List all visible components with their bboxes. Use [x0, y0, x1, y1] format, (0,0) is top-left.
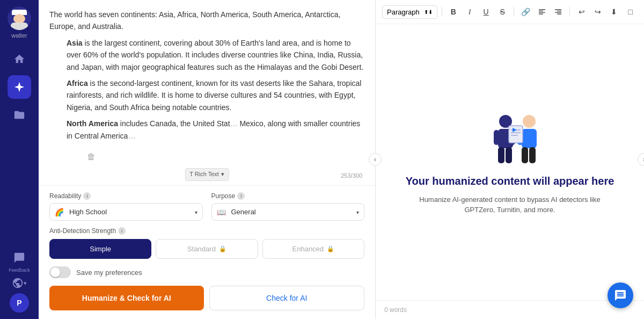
purpose-label: Purpose i: [211, 192, 365, 200]
readability-group: Readability i 🌈 High School Middle Schoo…: [49, 192, 203, 221]
right-panel: Paragraph ⬆⬇ B I U S 🔗 ↩ ↪ ⬇ □: [376, 0, 644, 319]
strength-simple-button[interactable]: Simple: [49, 239, 151, 259]
controls-panel: Readability i 🌈 High School Middle Schoo…: [39, 185, 375, 319]
chat-button[interactable]: [608, 282, 633, 308]
avatar: [8, 6, 31, 30]
username-label: walter: [11, 32, 27, 39]
purpose-group: Purpose i 📖 General Academic Business Cr…: [211, 192, 365, 221]
humanize-button[interactable]: Humanize & Check for AI: [49, 286, 204, 310]
sidebar: walter Feedback ▾ P: [0, 0, 39, 319]
download-button[interactable]: ⬇: [607, 4, 621, 19]
profile-button[interactable]: P: [10, 293, 29, 313]
feedback-label: Feedback: [9, 267, 30, 273]
strikethrough-button[interactable]: S: [495, 4, 509, 19]
align-right-button[interactable]: [551, 4, 565, 19]
enhanced-lock-icon: 🔒: [327, 245, 334, 252]
readability-chevron-icon: ▾: [195, 209, 197, 215]
readability-select[interactable]: High School Middle School College Profes…: [49, 203, 203, 221]
purpose-select[interactable]: General Academic Business Creative: [211, 203, 365, 221]
svg-rect-12: [509, 126, 523, 143]
purpose-info-icon: i: [237, 192, 245, 200]
right-content-placeholder: Your humanized content will appear here …: [376, 24, 644, 300]
editor-area[interactable]: The world has seven continents: Asia, Af…: [39, 0, 375, 185]
main-content: The world has seven continents: Asia, Af…: [39, 0, 376, 319]
bold-button[interactable]: B: [447, 4, 460, 19]
readability-select-wrapper: 🌈 High School Middle School College Prof…: [49, 203, 203, 221]
purpose-chevron-icon: ▾: [356, 209, 359, 215]
strength-buttons-group: Simple Standard 🔒 Enhanced 🔒: [49, 239, 364, 259]
copy-button[interactable]: □: [624, 4, 638, 19]
text-paragraph-4: North America includes Canada, the Unite…: [67, 118, 364, 142]
check-ai-button[interactable]: Check for AI: [209, 286, 365, 310]
readability-select-icon: 🌈: [55, 208, 64, 216]
placeholder-title: Your humanized content will appear here: [406, 174, 614, 188]
paragraph-chevron-icon: ⬆⬇: [424, 9, 433, 15]
align-left-button[interactable]: [535, 4, 549, 19]
feedback-button[interactable]: Feedback: [9, 252, 30, 273]
purpose-select-wrapper: 📖 General Academic Business Creative ▾: [211, 203, 365, 221]
sidebar-item-home[interactable]: [8, 47, 31, 71]
rich-text-chevron: ▾: [221, 170, 224, 179]
svg-rect-9: [531, 130, 537, 145]
italic-button[interactable]: I: [463, 4, 477, 19]
sidebar-item-ai[interactable]: [8, 75, 31, 99]
globe-button[interactable]: ▾: [12, 277, 27, 289]
paragraph-label: Paragraph: [387, 8, 420, 16]
svg-rect-11: [529, 147, 536, 163]
rich-text-label: T Rich Text: [189, 170, 219, 179]
purpose-select-icon: 📖: [217, 208, 226, 216]
svg-rect-10: [522, 147, 528, 163]
svg-rect-2: [494, 130, 499, 145]
anti-detection-label: Anti-Detection Strength i: [49, 227, 364, 235]
save-preferences-label: Save my preferences: [76, 269, 142, 277]
illustration: [478, 110, 542, 163]
toggle-row: Save my preferences: [49, 266, 364, 278]
svg-point-6: [523, 115, 536, 128]
svg-rect-5: [506, 147, 512, 163]
readability-label: Readability i: [49, 192, 203, 200]
sidebar-item-folder[interactable]: [8, 103, 31, 127]
right-footer: 0 words: [376, 300, 644, 319]
undo-button[interactable]: ↩: [574, 4, 588, 19]
underline-button[interactable]: U: [479, 4, 493, 19]
toolbar-divider-3: [569, 7, 570, 17]
text-paragraph-2: Asia is the largest continent, covering …: [67, 37, 364, 73]
readability-info-icon: i: [83, 192, 91, 200]
rich-text-badge[interactable]: T Rich Text ▾: [185, 168, 229, 181]
collapse-panel-button[interactable]: ‹: [369, 153, 382, 166]
save-preferences-toggle[interactable]: [49, 266, 71, 278]
text-paragraph-3: Africa is the second-largest continent, …: [67, 77, 364, 113]
action-buttons: Humanize & Check for AI Check for AI: [49, 286, 364, 310]
standard-lock-icon: 🔒: [219, 245, 226, 252]
editor-toolbar: Paragraph ⬆⬇ B I U S 🔗 ↩ ↪ ⬇ □: [376, 0, 644, 24]
anti-detection-info-icon: i: [118, 227, 126, 235]
toolbar-divider-1: [442, 7, 442, 17]
editor-text: The world has seven continents: Asia, Af…: [49, 9, 364, 142]
right-word-count: 0 words: [384, 306, 407, 314]
placeholder-desc: Humanize AI-generated content to bypass …: [419, 194, 601, 215]
strength-enhanced-button[interactable]: Enhanced 🔒: [262, 239, 364, 259]
svg-rect-4: [498, 147, 504, 163]
toolbar-divider-2: [514, 7, 514, 17]
text-paragraph-1: The world has seven continents: Asia, Af…: [49, 9, 364, 33]
delete-icon[interactable]: 🗑: [87, 150, 96, 164]
link-button[interactable]: 🔗: [518, 4, 532, 19]
redo-button[interactable]: ↪: [591, 4, 605, 19]
toggle-thumb: [50, 267, 60, 277]
strength-standard-button[interactable]: Standard 🔒: [156, 239, 258, 259]
word-count: 253/300: [341, 171, 362, 181]
paragraph-select[interactable]: Paragraph ⬆⬇: [382, 5, 437, 19]
